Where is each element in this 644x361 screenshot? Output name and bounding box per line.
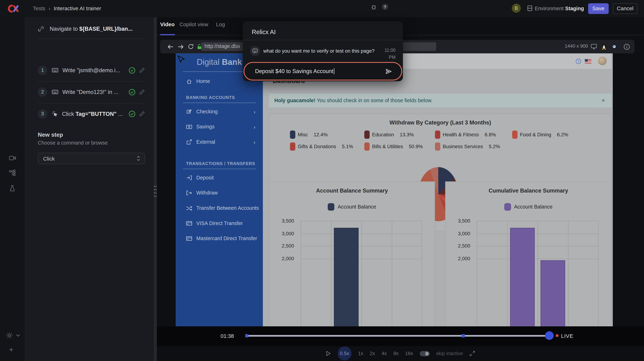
- bar-account-balance[interactable]: [510, 228, 535, 326]
- bank-nav-deposit[interactable]: Deposit: [176, 173, 263, 183]
- user-avatar[interactable]: B: [512, 4, 521, 13]
- progress-track[interactable]: [245, 335, 553, 337]
- app-root: Tests › Interactive AI trainer ? B Envir…: [0, 0, 644, 361]
- divider: [38, 81, 145, 82]
- home-icon: [186, 79, 192, 84]
- bank-user-avatar[interactable]: [598, 56, 606, 65]
- step-number: 1: [38, 65, 47, 75]
- bar-legend[interactable]: Account Balance: [446, 203, 611, 211]
- breadcrumb: Tests › Interactive AI trainer: [33, 5, 101, 11]
- progress-marker[interactable]: [245, 334, 248, 338]
- back-icon[interactable]: [167, 43, 174, 50]
- edit-pencil-icon[interactable]: [139, 89, 145, 95]
- tab-log[interactable]: Log: [216, 21, 225, 27]
- command-select[interactable]: Click: [38, 153, 145, 164]
- video-viewport[interactable]: Digital Bank Home BANKING ACCOUNTS Check…: [157, 53, 644, 326]
- legend-item[interactable]: Misc12.4%: [290, 131, 364, 139]
- settings-gear-icon[interactable]: [6, 332, 13, 339]
- cancel-button[interactable]: Cancel: [613, 3, 637, 14]
- y-tick: 2,000: [270, 256, 294, 262]
- video-camera-icon[interactable]: [9, 155, 16, 161]
- bank-nav-savings[interactable]: Savings›: [176, 122, 263, 132]
- environment-label: Environment: [535, 6, 564, 11]
- help-icon[interactable]: ?: [382, 4, 388, 10]
- us-flag-icon[interactable]: [585, 59, 592, 63]
- playhead[interactable]: [545, 331, 554, 340]
- y-tick: 2,500: [446, 243, 470, 249]
- sign-in-icon: [186, 175, 192, 181]
- new-step-subtitle: Choose a command or browse: [38, 140, 108, 146]
- info-icon[interactable]: [624, 43, 630, 50]
- bank-nav-checking[interactable]: Checking›: [176, 107, 263, 117]
- breadcrumb-tests[interactable]: Tests: [33, 5, 45, 11]
- speed-4x[interactable]: 4x: [382, 351, 387, 357]
- environment-value[interactable]: Staging: [565, 6, 584, 11]
- breadcrumb-current: Interactive AI trainer: [54, 5, 101, 11]
- environment-icon: [527, 5, 533, 11]
- legend-item[interactable]: Business Services5.2%: [435, 142, 512, 151]
- drag-handle-icon[interactable]: [154, 185, 157, 197]
- skip-inactive-toggle[interactable]: [420, 351, 430, 356]
- panel-resizer[interactable]: [154, 17, 157, 361]
- fullscreen-icon[interactable]: [470, 351, 475, 357]
- ai-message: what do you want me to verify or test on…: [263, 48, 378, 54]
- bug-icon[interactable]: [370, 4, 377, 10]
- bank-nav-mastercard-transfer[interactable]: Mastercard Direct Transfer: [176, 234, 263, 244]
- ai-prompt-input[interactable]: Deposit $40 to Savings Account: [244, 62, 402, 80]
- bank-nav-external[interactable]: External›: [176, 137, 263, 147]
- bank-nav-transfer-between[interactable]: Transfer Between Accounts: [176, 203, 263, 213]
- cx-logo-icon[interactable]: [7, 4, 19, 14]
- check-circle-icon: [128, 88, 136, 95]
- edit-square-icon: [186, 109, 192, 115]
- bar-account-balance[interactable]: [540, 260, 565, 326]
- gridline: [300, 221, 301, 326]
- speed-2x[interactable]: 2x: [370, 351, 375, 357]
- edit-pencil-icon[interactable]: [139, 111, 145, 117]
- monitor-icon[interactable]: [591, 43, 597, 49]
- bank-nav-withdraw[interactable]: Withdraw: [176, 188, 263, 198]
- forward-icon[interactable]: [177, 43, 184, 50]
- flow-tree-icon[interactable]: [9, 170, 16, 176]
- add-icon[interactable]: +: [9, 346, 13, 354]
- chat-bubble-icon: [250, 46, 260, 56]
- legend-chip: [512, 131, 518, 139]
- refresh-icon[interactable]: [188, 43, 194, 49]
- y-tick: 3,000: [446, 231, 470, 237]
- save-button[interactable]: Save: [588, 3, 608, 14]
- cumulative-balance-card: Cumulative Balance Summary Account Balan…: [445, 181, 612, 326]
- legend-item[interactable]: Gifts & Donations5.1%: [290, 142, 364, 151]
- step-row-1[interactable]: 1 Write "jsmith@demo.i...: [38, 61, 145, 79]
- relicx-ai-modal: Relicx AI what do you want me to verify …: [243, 21, 403, 81]
- mouse-cursor-icon: [177, 55, 185, 64]
- tab-copilot-view[interactable]: Copilot view: [180, 21, 208, 27]
- step-row-3[interactable]: 3 Click Tag="BUTTON" ...: [38, 105, 145, 123]
- bar-account-balance[interactable]: [334, 228, 358, 326]
- help-circle-icon[interactable]: ?: [576, 59, 581, 64]
- alert-close-icon[interactable]: ×: [602, 97, 605, 104]
- legend-item[interactable]: Food & Dining6.2%: [512, 131, 602, 139]
- credit-card-icon: [186, 236, 192, 241]
- flask-icon[interactable]: [9, 185, 16, 192]
- step-row-2[interactable]: 2 Write "Demo123!" in ...: [38, 83, 145, 101]
- live-label[interactable]: LIVE: [561, 333, 574, 339]
- y-tick: 3,500: [270, 218, 294, 224]
- bank-nav-visa-transfer[interactable]: VISA Direct Transfer: [176, 218, 263, 228]
- chevron-down-icon[interactable]: [16, 333, 20, 338]
- legend-item[interactable]: Bills & Utilities50.9%: [364, 142, 435, 151]
- speed-0.5x[interactable]: 0.5x: [338, 347, 352, 361]
- pie-legend: Misc12.4% Education13.3% Health & Fitnes…: [290, 131, 602, 151]
- y-tick: 2,000: [446, 256, 470, 262]
- speed-1x[interactable]: 1x: [358, 351, 363, 357]
- navigate-step[interactable]: Navigate to ${BASE_URL}/ban...: [38, 20, 145, 38]
- speed-8x[interactable]: 8x: [393, 351, 398, 357]
- play-icon[interactable]: [326, 351, 331, 357]
- progress-marker[interactable]: [462, 334, 465, 338]
- send-icon[interactable]: [385, 68, 392, 74]
- legend-item[interactable]: Health & Fitness6.8%: [435, 131, 512, 139]
- bar-legend[interactable]: Account Balance: [269, 203, 434, 211]
- tab-video[interactable]: Video: [160, 21, 174, 27]
- video-player-bar: 01:38 LIVE: [157, 326, 644, 346]
- speed-16x[interactable]: 16x: [405, 351, 413, 357]
- edit-pencil-icon[interactable]: [139, 67, 145, 73]
- legend-item[interactable]: Education13.3%: [364, 131, 435, 139]
